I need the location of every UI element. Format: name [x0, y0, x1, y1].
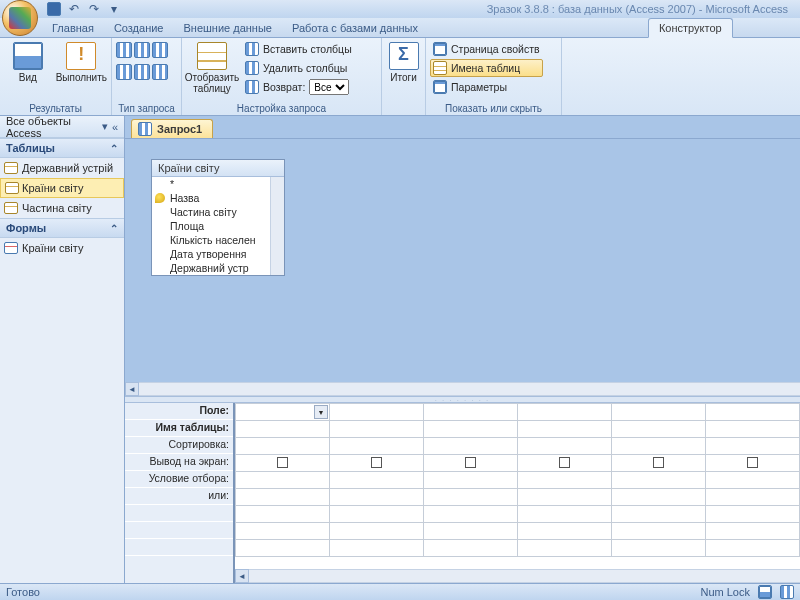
ribbon-tabs: Главная Создание Внешние данные Работа с…	[0, 18, 800, 38]
status-numlock: Num Lock	[700, 586, 750, 598]
tab-create[interactable]: Создание	[104, 19, 174, 37]
qat-undo[interactable]: ↶	[66, 1, 82, 17]
qat-redo[interactable]: ↷	[86, 1, 102, 17]
status-bar: Готово Num Lock	[0, 583, 800, 600]
row-label-show: Вывод на экран:	[125, 454, 233, 471]
table-names-button[interactable]: Имена таблиц	[430, 59, 543, 77]
nav-category-tables[interactable]: Таблицы⌃	[0, 138, 124, 158]
title-bar: ↶ ↷ ▾ Зразок 3.8.8 : база данных (Access…	[0, 0, 800, 18]
tab-external-data[interactable]: Внешние данные	[174, 19, 282, 37]
field-item[interactable]: Частина світу	[152, 205, 284, 219]
show-checkbox[interactable]	[747, 457, 758, 468]
ribbon: Вид Выполнить Результаты Тип запроса Ото…	[0, 38, 800, 116]
qtype-update-icon[interactable]	[134, 64, 150, 80]
qat-more[interactable]: ▾	[106, 1, 122, 17]
qtype-crosstab-icon[interactable]	[134, 42, 150, 58]
run-button[interactable]: Выполнить	[56, 40, 107, 83]
show-checkbox[interactable]	[559, 457, 570, 468]
qat-save[interactable]	[46, 1, 62, 17]
dropdown-icon[interactable]: ▼	[314, 405, 328, 419]
show-table-button[interactable]: Отобразить таблицу	[186, 40, 238, 94]
qtype-delete-icon[interactable]	[152, 64, 168, 80]
design-grid-table[interactable]: ▼	[235, 403, 800, 557]
delete-columns-button[interactable]: Удалить столбцы	[242, 59, 355, 77]
tab-home[interactable]: Главная	[42, 19, 104, 37]
group-showhide-title: Показать или скрыть	[430, 102, 557, 115]
nav-form-0[interactable]: Країни світу	[0, 238, 124, 258]
row-label-table: Имя таблицы:	[125, 420, 233, 437]
nav-category-forms[interactable]: Формы⌃	[0, 218, 124, 238]
field-item[interactable]: Державний устр	[152, 261, 284, 275]
scroll-left-icon[interactable]: ◄	[125, 382, 139, 396]
chevron-up-icon: ⌃	[110, 143, 118, 154]
nav-table-2[interactable]: Частина світу	[0, 198, 124, 218]
show-checkbox[interactable]	[277, 457, 288, 468]
nav-table-0[interactable]: Державний устрій	[0, 158, 124, 178]
view-sql-icon[interactable]	[780, 585, 794, 599]
navigation-pane: Все объекты Access▾« Таблицы⌃ Державний …	[0, 116, 125, 583]
nav-header[interactable]: Все объекты Access▾«	[0, 116, 124, 138]
qtype-append-icon[interactable]	[116, 64, 132, 80]
upper-hscroll[interactable]: ◄	[125, 382, 800, 396]
return-rows[interactable]: Возврат: Все	[242, 78, 355, 96]
view-button[interactable]: Вид	[4, 40, 52, 83]
tab-database-tools[interactable]: Работа с базами данных	[282, 19, 428, 37]
query-design-grid: Поле: Имя таблицы: Сортировка: Вывод на …	[125, 403, 800, 583]
tab-designer[interactable]: Конструктор	[648, 18, 733, 38]
status-ready: Готово	[6, 586, 40, 598]
group-setup-title: Настройка запроса	[186, 102, 377, 115]
office-button[interactable]	[2, 0, 38, 36]
grid-cell[interactable]: ▼	[236, 404, 330, 421]
query-design-upper[interactable]: Країни світу * Назва Частина світу Площа…	[125, 138, 800, 396]
property-sheet-button[interactable]: Страница свойств	[430, 40, 543, 58]
row-label-field: Поле:	[125, 403, 233, 420]
splitter[interactable]: · · · · · · · ·	[125, 396, 800, 403]
field-item[interactable]: Дата утворення	[152, 247, 284, 261]
table-field-list[interactable]: Країни світу * Назва Частина світу Площа…	[151, 159, 285, 276]
field-item[interactable]: Назва	[152, 191, 284, 205]
chevron-down-icon[interactable]: ▾	[102, 120, 108, 133]
grid-hscroll[interactable]: ◄	[235, 569, 800, 583]
field-item[interactable]: Площа	[152, 219, 284, 233]
insert-columns-button[interactable]: Вставить столбцы	[242, 40, 355, 58]
document-tab[interactable]: Запрос1	[131, 119, 213, 138]
row-label-or: или:	[125, 488, 233, 505]
qtype-maketable-icon[interactable]	[152, 42, 168, 58]
group-qtype-title: Тип запроса	[116, 102, 177, 115]
row-label-criteria: Условие отбора:	[125, 471, 233, 488]
parameters-button[interactable]: Параметры	[430, 78, 543, 96]
show-checkbox[interactable]	[371, 457, 382, 468]
show-checkbox[interactable]	[653, 457, 664, 468]
scrollbar-vertical[interactable]	[270, 177, 284, 275]
field-item[interactable]: *	[152, 177, 284, 191]
nav-table-1[interactable]: Країни світу	[0, 178, 124, 198]
view-datasheet-icon[interactable]	[758, 585, 772, 599]
collapse-icon[interactable]: «	[112, 121, 118, 133]
scroll-left-icon[interactable]: ◄	[235, 569, 249, 583]
qtype-select-icon[interactable]	[116, 42, 132, 58]
chevron-up-icon: ⌃	[110, 223, 118, 234]
table-title: Країни світу	[152, 160, 284, 177]
group-results-title: Результаты	[4, 102, 107, 115]
app-title: Зразок 3.8.8 : база данных (Access 2007)…	[487, 3, 788, 15]
return-select[interactable]: Все	[309, 79, 349, 95]
totals-button[interactable]: Итоги	[386, 40, 421, 83]
field-item[interactable]: Кількість населен	[152, 233, 284, 247]
row-label-sort: Сортировка:	[125, 437, 233, 454]
show-checkbox[interactable]	[465, 457, 476, 468]
